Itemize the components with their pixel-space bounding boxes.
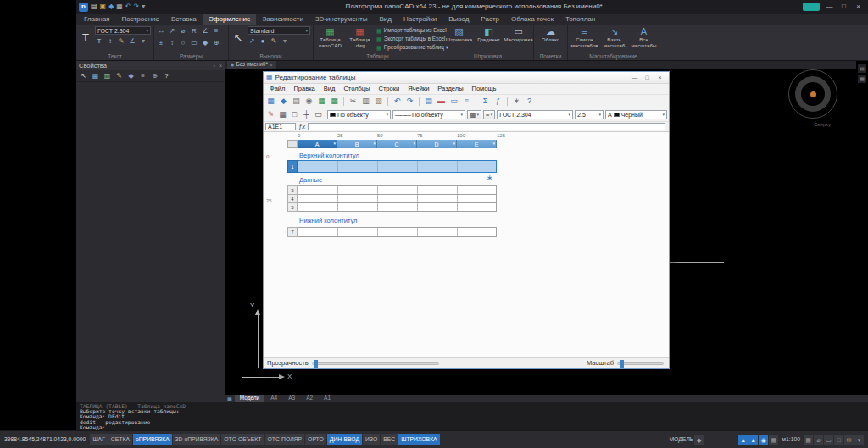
layouts-icon[interactable]: ▦	[227, 396, 232, 401]
status-toggle[interactable]: ВЕС	[381, 434, 398, 445]
export-excel-button[interactable]: ▦ Экспорт таблицы в Excel	[376, 35, 448, 43]
status-menu-icon[interactable]: ▾	[854, 435, 864, 445]
preview-icon[interactable]: ◉	[303, 96, 314, 107]
border-color-combo[interactable]: По объекту ▾	[327, 110, 391, 119]
quick-select-icon[interactable]: ▦	[91, 73, 100, 80]
all-scales-button[interactable]: A Все масштабы ▾	[630, 26, 658, 49]
dialog-maximize-button[interactable]: □	[641, 75, 654, 80]
quick-view-icon[interactable]: ▭	[824, 435, 833, 445]
settings-icon[interactable]: ∗	[511, 96, 522, 107]
insert-row-icon[interactable]: ▤	[423, 96, 434, 107]
scale-slider[interactable]	[617, 362, 664, 365]
annotation-monitor-icon[interactable]: ▦	[769, 435, 778, 445]
column-header[interactable]: A ▾	[298, 140, 337, 148]
annotation-auto-icon[interactable]: ◉	[759, 435, 768, 445]
transparency-slider[interactable]	[312, 362, 439, 365]
quick-access-more-icon[interactable]: ▾	[142, 3, 145, 10]
help-icon[interactable]: ?	[524, 96, 535, 107]
formula-input[interactable]	[308, 123, 665, 130]
dim-chain-icon[interactable]: ≡	[212, 28, 220, 35]
paste-icon[interactable]: ▧	[373, 96, 384, 107]
ribbon-tab[interactable]: Растр	[475, 14, 505, 25]
layout-tab[interactable]: A4	[265, 395, 282, 402]
notifications-icon[interactable]: ✉	[844, 435, 854, 445]
dim-baseline-icon[interactable]: ±	[157, 40, 165, 47]
dynamic-ucs-icon[interactable]: ⌀	[814, 435, 823, 445]
borders-outer-icon[interactable]: □	[289, 109, 300, 120]
open-file-icon[interactable]: ▣	[100, 3, 107, 10]
status-toggle[interactable]: оПРИВЯЗКА	[133, 434, 172, 445]
print-icon[interactable]: ▦	[116, 3, 123, 10]
panel-pin-icon[interactable]: ▫	[213, 63, 214, 69]
leader-edit-icon[interactable]: ✎	[270, 38, 278, 45]
delete-row-icon[interactable]: ▬	[436, 96, 447, 107]
load-table-icon[interactable]: ▦	[265, 96, 276, 107]
status-toggle[interactable]: ДИН-ВВОД	[327, 434, 362, 445]
status-toggle[interactable]: ОТС-ПОЛЯР	[265, 434, 305, 445]
undo-icon[interactable]: ↶	[392, 96, 403, 107]
layout-tab[interactable]: A3	[283, 395, 300, 402]
borders-none-icon[interactable]: ▭	[313, 109, 324, 120]
cell-reference-box[interactable]: A1E1	[265, 123, 296, 130]
new-file-icon[interactable]: ▤	[91, 3, 97, 10]
column-dropdown-icon[interactable]: ▾	[492, 141, 495, 146]
dim-box-icon[interactable]: ▭	[190, 40, 198, 47]
import-excel-button[interactable]: ▦ Импорт таблицы из Excel	[376, 26, 448, 35]
status-toggle[interactable]: ШАГ	[90, 434, 107, 445]
navigation-wheel[interactable]	[788, 69, 837, 119]
gradient-button[interactable]: ◧ Градиент	[475, 26, 503, 43]
column-header[interactable]: E ▾	[457, 140, 497, 148]
save-table-icon[interactable]: ◆	[278, 96, 289, 107]
text-edit-icon[interactable]: ✎	[117, 38, 125, 45]
single-text-icon[interactable]: T	[95, 38, 103, 45]
help-icon[interactable]: ?	[162, 73, 171, 80]
format-painter-icon[interactable]: ✎	[265, 109, 276, 120]
align-dropdown-button[interactable]: ≡ ▾	[483, 110, 495, 119]
merge-cells-icon[interactable]: ▭	[448, 96, 459, 107]
leader-icon[interactable]: ↖	[231, 26, 245, 48]
status-toggle[interactable]: ИЗО	[363, 434, 380, 445]
ribbon-tab[interactable]: Построение	[115, 14, 165, 25]
borders-inner-icon[interactable]: ┼	[301, 109, 312, 120]
annotation-scale-icon[interactable]: ▲	[738, 435, 748, 445]
column-dropdown-icon[interactable]: ▾	[453, 141, 455, 146]
borders-all-icon[interactable]: ▦	[277, 109, 288, 120]
column-header[interactable]: C ▾	[377, 140, 417, 148]
select-all-corner[interactable]	[287, 140, 298, 148]
annotation-scale-label[interactable]: м1:100	[779, 437, 803, 443]
maximize-button[interactable]: □	[837, 3, 851, 10]
leader-node-icon[interactable]: ●	[259, 38, 267, 45]
ribbon-tab[interactable]: Вставка	[165, 14, 203, 25]
dialog-minimize-button[interactable]: —	[628, 75, 641, 80]
text-height-combo[interactable]: 2.5 ▾	[575, 110, 604, 119]
dim-tolerance-icon[interactable]: ◆	[201, 40, 209, 47]
close-button[interactable]: ×	[851, 3, 865, 10]
layout-tab[interactable]: A1	[319, 395, 336, 402]
ribbon-tab[interactable]: 3D-инструменты	[309, 14, 374, 25]
borders-dropdown-button[interactable]: ▦ ▾	[467, 110, 481, 119]
text-style-combo[interactable]: ГОСТ 2.304 ▾	[95, 26, 151, 35]
cut-icon[interactable]: ✂	[348, 96, 359, 107]
layout-tab[interactable]: A2	[301, 395, 318, 402]
minimize-button[interactable]: —	[822, 3, 837, 10]
ribbon-tab[interactable]: Вид	[373, 14, 397, 25]
block-icon[interactable]: ◆	[126, 73, 136, 80]
leader-style-combo[interactable]: Standard ▾	[248, 26, 310, 35]
ribbon-tab[interactable]: Оформление	[203, 14, 257, 25]
export-excel-icon[interactable]: ▦	[329, 96, 340, 107]
dialog-menu-item[interactable]: Ячейки	[403, 86, 433, 92]
status-toggle[interactable]: ОРТО	[305, 434, 326, 445]
dim-aligned-icon[interactable]: ↗	[168, 28, 176, 35]
table-dwg-button[interactable]: ▦ Таблица .dwg	[346, 26, 374, 49]
revcloud-button[interactable]: ☁ Облако	[537, 26, 565, 43]
nanocad-logo[interactable]: n	[79, 3, 88, 12]
take-scale-button[interactable]: ↘ Взять масштаб	[600, 26, 628, 49]
expression-icon[interactable]: ƒ	[492, 96, 504, 107]
drawing-canvas[interactable]: ◉ Без имени0* × Y X Сверху ▦ Редактирова…	[225, 61, 856, 395]
document-tab[interactable]: ◉ Без имени0* ×	[227, 61, 276, 69]
column-header[interactable]: B ▾	[337, 140, 377, 148]
dialog-menu-item[interactable]: Строки	[375, 86, 404, 92]
redo-icon[interactable]: ↷	[134, 3, 140, 10]
leader-more-icon[interactable]: ▾	[281, 38, 289, 45]
dialog-menu-item[interactable]: Файл	[265, 86, 289, 92]
